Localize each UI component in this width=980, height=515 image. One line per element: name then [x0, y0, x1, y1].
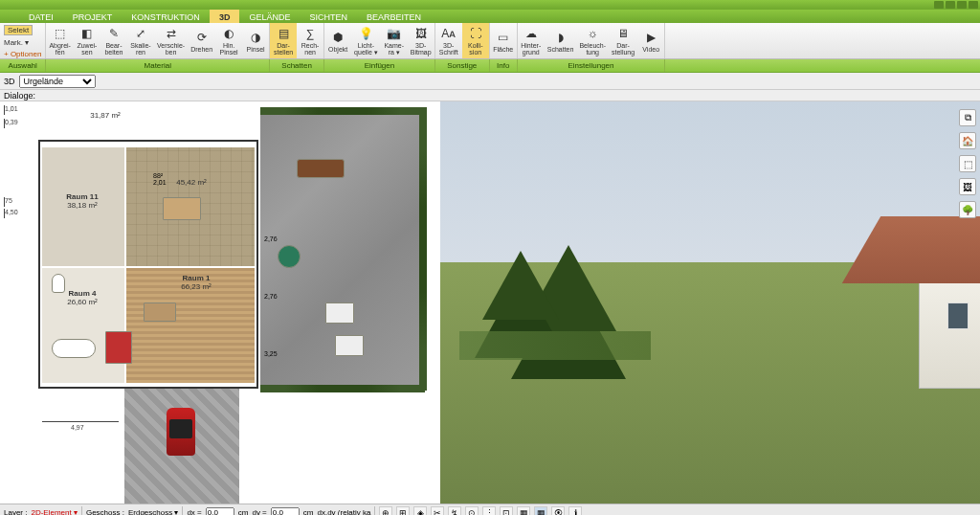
tool-icon[interactable]: ▦	[534, 506, 547, 516]
ribbon-schatten-button[interactable]: ◗Schatten	[545, 23, 577, 58]
ribbon-bearbeiten-button[interactable]: ✎Bear-beiten	[100, 23, 127, 58]
main-menu: DATEIPROJEKTKONSTRUKTION3DGELÄNDESICHTEN…	[0, 10, 980, 23]
ribbon-skalieren-button[interactable]: ⤢Skalie-ren	[127, 23, 154, 58]
ribbon-hinpinsel-button[interactable]: ◐Hin.Pinsel	[215, 23, 242, 58]
sys-help-icon[interactable]	[934, 1, 944, 9]
view-mode-button[interactable]: ⬚	[959, 155, 976, 172]
dim-label: 2,76	[264, 235, 278, 242]
menu-tab-datei[interactable]: DATEI	[19, 10, 63, 23]
dim-label: 3,25	[264, 350, 278, 357]
ribbon-darstellung-button[interactable]: 🖥Dar-stellung	[609, 23, 637, 58]
layer-value[interactable]: 2D-Element ▾	[31, 508, 77, 515]
bottom-toolbar: Layer : 2D-Element ▾ Geschoss : Erdgesch…	[0, 504, 980, 515]
layer-dropdown[interactable]: Urgelände	[19, 75, 96, 88]
dim-label: 4,50	[4, 209, 18, 218]
view-mode-button[interactable]: 🌳	[959, 201, 976, 218]
tool-icon[interactable]: ⦿	[551, 506, 565, 516]
desk	[144, 302, 176, 322]
view-mode-button[interactable]: ⧉	[959, 109, 976, 126]
ribbon-beleuchtung-button[interactable]: ☼Beleuch-tung	[576, 23, 609, 58]
view-mode-button[interactable]: 🖼	[959, 178, 976, 195]
mark-dropdown[interactable]: Mark. ▾	[4, 38, 29, 47]
hedge	[260, 385, 425, 392]
ribbon-objekt-button[interactable]: ⬢Objekt	[324, 23, 351, 58]
dx-input[interactable]	[206, 507, 234, 516]
ribbon-video-button[interactable]: ▶Video	[637, 23, 664, 58]
ribbon-icon: Aᴀ	[441, 26, 457, 41]
dialoge-label: Dialoge:	[4, 91, 35, 101]
ribbon-icon: ☁	[523, 26, 539, 41]
ribbon-flche-button[interactable]: ▭Fläche	[490, 23, 517, 58]
ribbon-drehen-button[interactable]: ⟳Drehen	[188, 23, 215, 58]
ribbon-rechnen-button[interactable]: ∑Rech-nen	[297, 23, 323, 58]
titlebar	[0, 0, 980, 10]
hedge	[419, 107, 427, 391]
bench	[297, 159, 345, 178]
sofa	[105, 331, 132, 364]
ribbon-verschieben-button[interactable]: ⇄Verschie-ben	[154, 23, 188, 58]
tool-icon[interactable]: ◈	[413, 506, 427, 516]
select-button[interactable]: Selekt	[4, 25, 33, 35]
ribbon-icon: ▭	[496, 30, 511, 45]
tool-icon[interactable]: ⊙	[465, 506, 479, 516]
ribbon-dschrift-button[interactable]: Aᴀ3D-Schrift	[435, 23, 462, 58]
group-label: Einfügen	[324, 59, 435, 72]
ribbon-darstellen-button[interactable]: ▤Dar-stellen	[270, 23, 297, 58]
geschoss-label: Geschoss :	[86, 508, 124, 515]
tool-icon[interactable]: ▦	[517, 506, 530, 516]
tool-icon[interactable]: ✂	[431, 506, 444, 516]
sys-close-icon[interactable]	[969, 1, 978, 9]
tool-icon[interactable]: ⊞	[396, 506, 410, 516]
dim-label: 4,97	[42, 421, 119, 429]
menu-tab-gelände[interactable]: GELÄNDE	[239, 10, 300, 23]
umbrella	[278, 245, 301, 268]
room-label: 31,87 m²	[62, 111, 148, 149]
house-3d	[804, 207, 980, 398]
ribbon-hintergrund-button[interactable]: ☁Hinter-grund	[518, 23, 545, 58]
floorplan-2d-view[interactable]: 1,01 0,39 75 4,50 31,87 m²Raum 1138,18 m…	[0, 101, 440, 504]
group-label: Info	[490, 59, 518, 72]
dy-label: dy =	[252, 508, 266, 515]
geschoss-value[interactable]: Erdgeschoss ▾	[128, 508, 178, 515]
menu-tab-konstruktion[interactable]: KONSTRUKTION	[122, 10, 210, 23]
ribbon-icon: ◗	[553, 30, 568, 45]
group-label: Schatten	[270, 59, 324, 72]
dy-input[interactable]	[271, 507, 300, 516]
ribbon-zuweisen-button[interactable]: ◧Zuwei-sen	[74, 23, 100, 58]
dx-label: dx =	[187, 508, 201, 515]
ribbon-icon: 🖥	[615, 26, 631, 41]
dim-label: 75	[4, 197, 12, 207]
bathtub	[52, 339, 96, 358]
ribbon-abgreifen-button[interactable]: ⬚Abgrei-fen	[46, 23, 74, 58]
menu-tab-bearbeiten[interactable]: BEARBEITEN	[357, 10, 431, 23]
sys-max-icon[interactable]	[957, 1, 967, 9]
coord-mode[interactable]: dx,dy (relativ ka	[317, 508, 370, 515]
menu-tab-3d[interactable]: 3D	[210, 10, 240, 23]
secondary-bar: 3D Urgelände	[0, 73, 980, 90]
ribbon-pinsel-button[interactable]: ◑Pinsel	[242, 23, 269, 58]
ribbon-icon: ☼	[585, 26, 600, 41]
view-mode-toolbar: ⧉🏠⬚🖼🌳	[959, 109, 976, 218]
tool-icon[interactable]: ↯	[448, 506, 461, 516]
menu-tab-projekt[interactable]: PROJEKT	[63, 10, 122, 23]
menu-tab-sichten[interactable]: SICHTEN	[300, 10, 357, 23]
ribbon: SelektMark. ▾+ Optionen⬚Abgrei-fen◧Zuwei…	[0, 23, 980, 59]
options-button[interactable]: + Optionen	[4, 50, 41, 58]
workspace: 1,01 0,39 75 4,50 31,87 m²Raum 1138,18 m…	[0, 101, 980, 504]
ribbon-dbitmap-button[interactable]: 🖼3D-Bitmap	[408, 23, 434, 58]
ribbon-icon: ✎	[106, 26, 122, 41]
ribbon-icon: ◧	[79, 26, 95, 41]
ribbon-kamera-button[interactable]: 📷Kame-ra ▾	[381, 23, 408, 58]
3d-view[interactable]: ⧉🏠⬚🖼🌳	[440, 101, 980, 504]
ribbon-icon: ⤢	[133, 26, 148, 41]
tool-icon[interactable]: ⋮	[482, 506, 496, 516]
view-mode-button[interactable]: 🏠	[959, 132, 976, 149]
selection-tool[interactable]: SelektMark. ▾+ Optionen	[0, 23, 45, 60]
ribbon-kollision-button[interactable]: ⛶Kolli-sion	[462, 23, 489, 58]
ribbon-lichtquelle-button[interactable]: 💡Licht-quelle ▾	[351, 23, 381, 58]
sys-min-icon[interactable]	[946, 1, 955, 9]
tool-icon[interactable]: ⊕	[379, 506, 392, 516]
ribbon-group-labels: AuswahlMaterialSchattenEinfügenSonstigeI…	[0, 59, 980, 73]
tool-icon[interactable]: ℹ	[568, 506, 582, 516]
tool-icon[interactable]: ⊡	[500, 506, 513, 516]
